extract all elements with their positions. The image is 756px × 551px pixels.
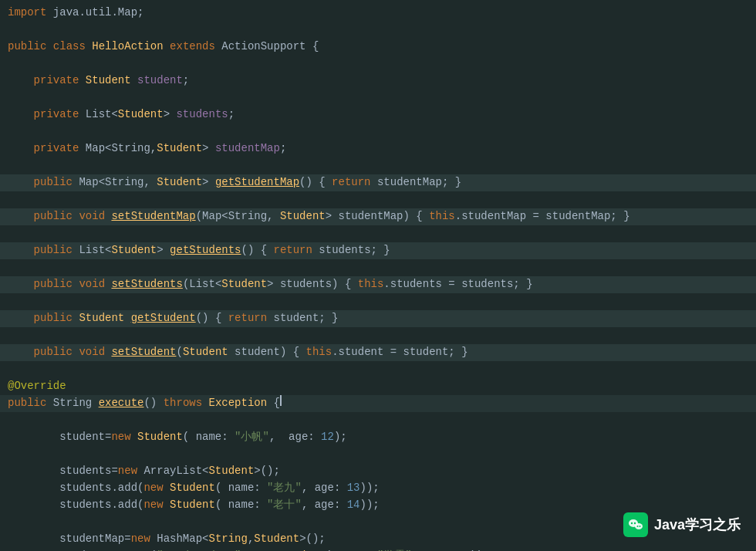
wechat-icon [623, 512, 648, 537]
code-line-blank6 [0, 191, 756, 208]
svg-point-4 [636, 526, 638, 527]
code-editor: import java.util.Map; public class Hello… [0, 0, 756, 551]
code-line-blank7 [0, 225, 756, 242]
code-line-blank2 [0, 56, 756, 73]
code-line-14: student= new Student ( name: "小帆" , age:… [0, 429, 756, 446]
code-line-5: private Map<String, Student > studentMap… [0, 140, 756, 157]
code-line-15: students= new ArrayList< Student >(); [0, 463, 756, 480]
code-line-blank1 [0, 22, 756, 39]
import-keyword: import [8, 5, 46, 22]
code-line-1: import java.util.Map; [0, 5, 756, 22]
code-line-17: students.add( new Student ( name: "老十" ,… [0, 497, 756, 514]
code-line-blank11 [0, 361, 756, 378]
code-line-blank5 [0, 157, 756, 174]
watermark: Java学习之乐 [623, 512, 741, 537]
code-line-blank3 [0, 90, 756, 106]
code-line-12: @Override [0, 378, 756, 395]
code-line-3: private Student student ; [0, 73, 756, 90]
code-line-16: students.add( new Student ( name: "老九" ,… [0, 480, 756, 497]
code-line-blank8 [0, 259, 756, 276]
code-line-blank9 [0, 293, 756, 310]
code-line-7: public void setStudentMap (Map<String, S… [0, 208, 756, 225]
code-line-6: public Map<String, Student > getStudentM… [0, 174, 756, 191]
code-line-blank10 [0, 327, 756, 344]
code-line-10: public Student getStudent () { return st… [0, 310, 756, 327]
code-line-13: public String execute () throws Exceptio… [0, 395, 756, 412]
code-line-4: private List< Student > students ; [0, 106, 756, 123]
svg-point-3 [635, 523, 643, 529]
watermark-label: Java学习之乐 [654, 516, 741, 534]
svg-point-2 [634, 522, 636, 524]
code-line-8: public List< Student > getStudents () { … [0, 242, 756, 259]
svg-point-5 [639, 526, 640, 527]
code-line-blank12 [0, 412, 756, 429]
code-line-11: public void setStudent ( Student student… [0, 344, 756, 361]
svg-point-1 [631, 522, 633, 524]
code-line-2: public class HelloAction extends ActionS… [0, 39, 756, 56]
code-line-19: studentMap.put( "goodStudent" , new Stud… [0, 548, 756, 551]
code-line-blank13 [0, 446, 756, 463]
code-line-blank4 [0, 123, 756, 140]
code-line-9: public void setStudents (List< Student >… [0, 276, 756, 293]
